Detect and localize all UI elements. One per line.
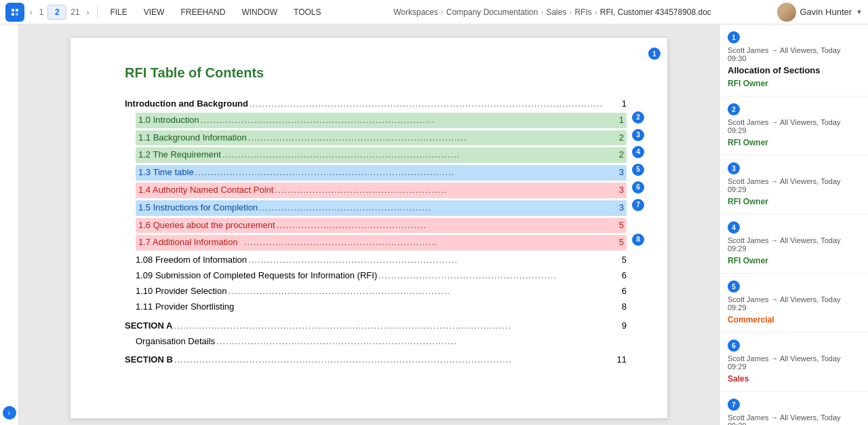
comment-thread-3: 3 Scott James → All Viewers, Today 09:29…	[719, 155, 868, 215]
app-logo[interactable]	[5, 3, 24, 22]
breadcrumb-doc-name[interactable]: RFI, Customer 434578908.doc	[600, 7, 711, 17]
comment-badge-5[interactable]: 5	[632, 164, 644, 176]
comment-thread-1: 1 Scott James → All Viewers, Today 09:30…	[719, 24, 868, 96]
comment-badge-6[interactable]: 6	[632, 181, 644, 193]
view-menu[interactable]: VIEW	[137, 3, 172, 21]
comment-badge-4[interactable]: 4	[632, 146, 644, 158]
toc-row-intro: Introduction and Background ............…	[125, 97, 627, 111]
comment-tag-1: RFI Owner	[728, 78, 860, 89]
user-menu[interactable]: Gavin Hunter ▼	[777, 3, 863, 22]
svg-rect-4	[16, 13, 18, 16]
prev-page-button[interactable]: ‹	[27, 7, 35, 18]
comment-thread-4: 4 Scott James → All Viewers, Today 09:29…	[719, 215, 868, 274]
comment-number-7[interactable]: 7	[728, 399, 740, 411]
svg-rect-2	[16, 9, 18, 12]
comment-tag-2: RFI Owner	[728, 137, 860, 148]
toc-row-sect-a: SECTION A ..............................…	[125, 319, 627, 333]
toc-container: Introduction and Background ............…	[125, 97, 627, 367]
right-sidebar: 1 Scott James → All Viewers, Today 09:30…	[719, 24, 868, 425]
breadcrumb-company-doc[interactable]: Company Documentation	[446, 7, 538, 17]
svg-rect-0	[9, 7, 20, 18]
toc-row-1-6: 1.6 Queries about the procurement ......…	[136, 218, 627, 234]
toc-row-1-1: 1.1 Background Information .............…	[136, 130, 627, 146]
comment-meta-6: Scott James → All Viewers, Today 09:29	[728, 354, 860, 371]
comment-thread-2: 2 Scott James → All Viewers, Today 09:29…	[719, 96, 868, 155]
window-menu[interactable]: WINDOW	[235, 3, 284, 21]
chevron-down-icon: ▼	[856, 8, 863, 16]
toc-row-sect-b: SECTION B ..............................…	[125, 353, 627, 367]
page-number-input[interactable]	[47, 5, 66, 20]
comment-badge-3[interactable]: 3	[632, 129, 644, 141]
toc-title: RFI Table of Contents	[125, 65, 627, 81]
toc-row-1-0: 1.0 Introduction .......................…	[136, 113, 627, 128]
comment-meta-2: Scott James → All Viewers, Today 09:29	[728, 118, 860, 134]
comment-thread-5: 5 Scott James → All Viewers, Today 09:29…	[719, 274, 868, 333]
breadcrumb: Workspaces › Company Documentation › Sal…	[331, 7, 774, 17]
breadcrumb-workspaces[interactable]: Workspaces	[393, 7, 438, 17]
comment-number-3[interactable]: 3	[728, 162, 740, 174]
toc-row-1-7: 1.7 Additional Information .............…	[136, 235, 627, 251]
freehand-menu[interactable]: FREEHAND	[174, 3, 232, 21]
comment-meta-4: Scott James → All Viewers, Today 09:29	[728, 236, 860, 253]
comment-meta-3: Scott James → All Viewers, Today 09:29	[728, 177, 860, 193]
comment-meta-5: Scott James → All Viewers, Today 09:29	[728, 295, 860, 312]
comment-number-5[interactable]: 5	[728, 280, 740, 293]
comment-meta-7: Scott James → All Viewers, Today 09:29	[728, 413, 860, 425]
toc-row-1-3: 1.3 Time table .........................…	[136, 165, 627, 181]
comment-number-1[interactable]: 1	[728, 31, 740, 43]
comment-badge-2[interactable]: 2	[632, 111, 644, 124]
comment-badge-7[interactable]: 7	[632, 199, 644, 211]
comment-badge-1[interactable]: 1	[648, 48, 660, 60]
next-page-button[interactable]: ›	[84, 7, 92, 18]
sidebar-expand-button[interactable]: ›	[3, 406, 16, 420]
breadcrumb-sales[interactable]: Sales	[546, 7, 566, 17]
svg-rect-1	[12, 9, 14, 12]
allocation-header: Allocation of Sections	[728, 65, 860, 75]
user-name: Gavin Hunter	[800, 7, 852, 17]
toc-row-1-5: 1.5 Instructions for Completion ........…	[136, 200, 627, 216]
tools-menu[interactable]: TOOLS	[287, 3, 328, 21]
document-page: 1 RFI Table of Contents Introduction and…	[71, 38, 667, 418]
divider	[97, 5, 98, 19]
comment-thread-7: 7 Scott James → All Viewers, Today 09:29…	[719, 392, 868, 425]
comment-tag-6: Sales	[728, 373, 860, 384]
main-content: › 1 RFI Table of Contents Introduction a…	[0, 24, 868, 425]
comment-meta-1: Scott James → All Viewers, Today 09:30	[728, 46, 860, 62]
comment-number-6[interactable]: 6	[728, 339, 740, 352]
comment-tag-4: RFI Owner	[728, 255, 860, 266]
comment-tag-5: Commercial	[728, 314, 860, 325]
top-bar: ‹ 1 21 › FILE VIEW FREEHAND WINDOW TOOLS…	[0, 0, 868, 24]
toc-row-1-08: 1.08 Freedom of Information ............…	[136, 253, 627, 267]
toc-row-1-2: 1.2 The Requirement ....................…	[136, 147, 627, 163]
toc-row-1-4: 1.4 Authority Named Contact Point ......…	[136, 183, 627, 198]
toc-row-1-09: 1.09 Submission of Completed Requests fo…	[136, 269, 627, 283]
file-menu[interactable]: FILE	[103, 3, 134, 21]
comment-number-4[interactable]: 4	[728, 221, 740, 234]
toc-row-1-11: 1.11 Provider Shortlisting 8	[136, 300, 627, 314]
comment-badge-8[interactable]: 8	[632, 234, 644, 246]
toc-row-org-details: Organisation Details ...................…	[136, 335, 627, 349]
toc-row-1-10: 1.10 Provider Selection ................…	[136, 284, 627, 299]
document-area[interactable]: 1 RFI Table of Contents Introduction and…	[19, 24, 719, 425]
comment-number-2[interactable]: 2	[728, 103, 740, 115]
comment-thread-6: 6 Scott James → All Viewers, Today 09:29…	[719, 333, 868, 392]
left-sidebar: ›	[0, 24, 19, 425]
avatar	[777, 3, 796, 22]
breadcrumb-rfis[interactable]: RFIs	[574, 7, 591, 17]
comment-tag-3: RFI Owner	[728, 196, 860, 207]
svg-rect-3	[12, 13, 14, 16]
